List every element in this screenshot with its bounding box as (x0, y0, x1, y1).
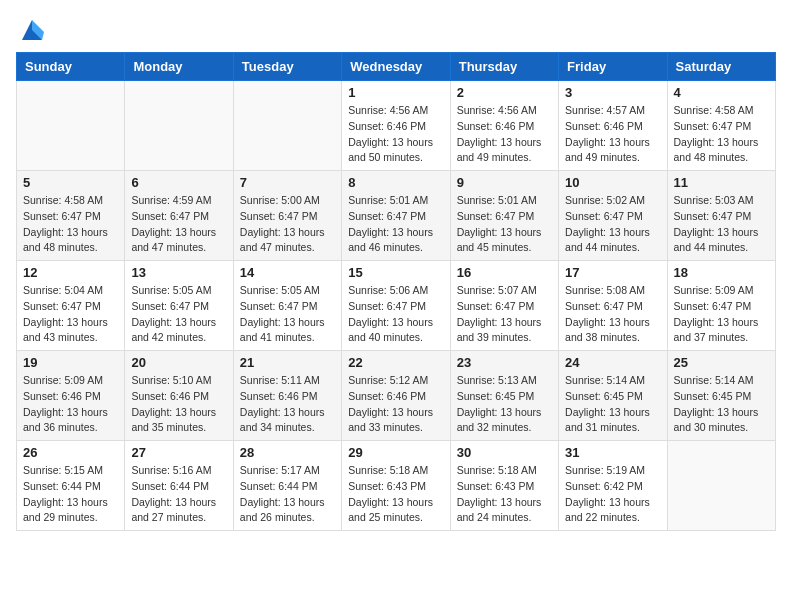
day-cell: 19Sunrise: 5:09 AMSunset: 6:46 PMDayligh… (17, 351, 125, 441)
day-info: Sunrise: 4:56 AMSunset: 6:46 PMDaylight:… (348, 103, 443, 166)
day-number: 12 (23, 265, 118, 280)
day-cell: 31Sunrise: 5:19 AMSunset: 6:42 PMDayligh… (559, 441, 667, 531)
logo-icon (18, 16, 46, 44)
day-cell: 12Sunrise: 5:04 AMSunset: 6:47 PMDayligh… (17, 261, 125, 351)
day-number: 9 (457, 175, 552, 190)
day-number: 13 (131, 265, 226, 280)
day-info: Sunrise: 4:56 AMSunset: 6:46 PMDaylight:… (457, 103, 552, 166)
calendar-table: SundayMondayTuesdayWednesdayThursdayFrid… (16, 52, 776, 531)
day-cell: 2Sunrise: 4:56 AMSunset: 6:46 PMDaylight… (450, 81, 558, 171)
day-info: Sunrise: 5:15 AMSunset: 6:44 PMDaylight:… (23, 463, 118, 526)
day-info: Sunrise: 4:57 AMSunset: 6:46 PMDaylight:… (565, 103, 660, 166)
day-info: Sunrise: 4:58 AMSunset: 6:47 PMDaylight:… (23, 193, 118, 256)
day-cell: 27Sunrise: 5:16 AMSunset: 6:44 PMDayligh… (125, 441, 233, 531)
weekday-header-friday: Friday (559, 53, 667, 81)
day-info: Sunrise: 5:10 AMSunset: 6:46 PMDaylight:… (131, 373, 226, 436)
day-number: 26 (23, 445, 118, 460)
day-info: Sunrise: 5:03 AMSunset: 6:47 PMDaylight:… (674, 193, 769, 256)
weekday-header-thursday: Thursday (450, 53, 558, 81)
day-cell: 8Sunrise: 5:01 AMSunset: 6:47 PMDaylight… (342, 171, 450, 261)
day-cell: 17Sunrise: 5:08 AMSunset: 6:47 PMDayligh… (559, 261, 667, 351)
day-cell: 9Sunrise: 5:01 AMSunset: 6:47 PMDaylight… (450, 171, 558, 261)
day-cell: 26Sunrise: 5:15 AMSunset: 6:44 PMDayligh… (17, 441, 125, 531)
week-row-2: 5Sunrise: 4:58 AMSunset: 6:47 PMDaylight… (17, 171, 776, 261)
day-cell: 15Sunrise: 5:06 AMSunset: 6:47 PMDayligh… (342, 261, 450, 351)
day-info: Sunrise: 5:01 AMSunset: 6:47 PMDaylight:… (348, 193, 443, 256)
day-info: Sunrise: 5:18 AMSunset: 6:43 PMDaylight:… (457, 463, 552, 526)
day-info: Sunrise: 5:09 AMSunset: 6:46 PMDaylight:… (23, 373, 118, 436)
day-number: 23 (457, 355, 552, 370)
day-cell: 3Sunrise: 4:57 AMSunset: 6:46 PMDaylight… (559, 81, 667, 171)
day-info: Sunrise: 4:58 AMSunset: 6:47 PMDaylight:… (674, 103, 769, 166)
day-number: 17 (565, 265, 660, 280)
week-row-1: 1Sunrise: 4:56 AMSunset: 6:46 PMDaylight… (17, 81, 776, 171)
day-cell (125, 81, 233, 171)
day-info: Sunrise: 5:09 AMSunset: 6:47 PMDaylight:… (674, 283, 769, 346)
day-cell (667, 441, 775, 531)
day-cell: 5Sunrise: 4:58 AMSunset: 6:47 PMDaylight… (17, 171, 125, 261)
day-cell (17, 81, 125, 171)
day-number: 2 (457, 85, 552, 100)
day-info: Sunrise: 5:19 AMSunset: 6:42 PMDaylight:… (565, 463, 660, 526)
day-number: 8 (348, 175, 443, 190)
week-row-4: 19Sunrise: 5:09 AMSunset: 6:46 PMDayligh… (17, 351, 776, 441)
day-cell: 13Sunrise: 5:05 AMSunset: 6:47 PMDayligh… (125, 261, 233, 351)
day-number: 22 (348, 355, 443, 370)
day-info: Sunrise: 5:04 AMSunset: 6:47 PMDaylight:… (23, 283, 118, 346)
day-info: Sunrise: 5:13 AMSunset: 6:45 PMDaylight:… (457, 373, 552, 436)
day-number: 15 (348, 265, 443, 280)
day-cell: 1Sunrise: 4:56 AMSunset: 6:46 PMDaylight… (342, 81, 450, 171)
day-number: 14 (240, 265, 335, 280)
week-row-3: 12Sunrise: 5:04 AMSunset: 6:47 PMDayligh… (17, 261, 776, 351)
day-info: Sunrise: 5:06 AMSunset: 6:47 PMDaylight:… (348, 283, 443, 346)
day-cell: 4Sunrise: 4:58 AMSunset: 6:47 PMDaylight… (667, 81, 775, 171)
page-header (16, 16, 776, 44)
day-number: 31 (565, 445, 660, 460)
day-info: Sunrise: 5:01 AMSunset: 6:47 PMDaylight:… (457, 193, 552, 256)
day-number: 19 (23, 355, 118, 370)
day-number: 6 (131, 175, 226, 190)
day-number: 21 (240, 355, 335, 370)
weekday-header-row: SundayMondayTuesdayWednesdayThursdayFrid… (17, 53, 776, 81)
day-info: Sunrise: 5:05 AMSunset: 6:47 PMDaylight:… (131, 283, 226, 346)
day-info: Sunrise: 5:02 AMSunset: 6:47 PMDaylight:… (565, 193, 660, 256)
day-number: 3 (565, 85, 660, 100)
day-info: Sunrise: 5:17 AMSunset: 6:44 PMDaylight:… (240, 463, 335, 526)
day-cell: 16Sunrise: 5:07 AMSunset: 6:47 PMDayligh… (450, 261, 558, 351)
day-number: 20 (131, 355, 226, 370)
weekday-header-monday: Monday (125, 53, 233, 81)
day-number: 25 (674, 355, 769, 370)
day-info: Sunrise: 5:00 AMSunset: 6:47 PMDaylight:… (240, 193, 335, 256)
day-cell: 25Sunrise: 5:14 AMSunset: 6:45 PMDayligh… (667, 351, 775, 441)
day-number: 4 (674, 85, 769, 100)
day-cell: 18Sunrise: 5:09 AMSunset: 6:47 PMDayligh… (667, 261, 775, 351)
day-number: 5 (23, 175, 118, 190)
day-info: Sunrise: 5:12 AMSunset: 6:46 PMDaylight:… (348, 373, 443, 436)
day-number: 30 (457, 445, 552, 460)
day-cell: 23Sunrise: 5:13 AMSunset: 6:45 PMDayligh… (450, 351, 558, 441)
day-info: Sunrise: 5:14 AMSunset: 6:45 PMDaylight:… (674, 373, 769, 436)
day-cell: 22Sunrise: 5:12 AMSunset: 6:46 PMDayligh… (342, 351, 450, 441)
day-cell: 10Sunrise: 5:02 AMSunset: 6:47 PMDayligh… (559, 171, 667, 261)
day-cell: 7Sunrise: 5:00 AMSunset: 6:47 PMDaylight… (233, 171, 341, 261)
day-info: Sunrise: 5:14 AMSunset: 6:45 PMDaylight:… (565, 373, 660, 436)
weekday-header-saturday: Saturday (667, 53, 775, 81)
day-cell: 11Sunrise: 5:03 AMSunset: 6:47 PMDayligh… (667, 171, 775, 261)
day-cell (233, 81, 341, 171)
day-info: Sunrise: 5:11 AMSunset: 6:46 PMDaylight:… (240, 373, 335, 436)
day-info: Sunrise: 4:59 AMSunset: 6:47 PMDaylight:… (131, 193, 226, 256)
weekday-header-sunday: Sunday (17, 53, 125, 81)
logo (16, 16, 46, 44)
weekday-header-tuesday: Tuesday (233, 53, 341, 81)
day-cell: 14Sunrise: 5:05 AMSunset: 6:47 PMDayligh… (233, 261, 341, 351)
day-info: Sunrise: 5:16 AMSunset: 6:44 PMDaylight:… (131, 463, 226, 526)
day-cell: 30Sunrise: 5:18 AMSunset: 6:43 PMDayligh… (450, 441, 558, 531)
day-info: Sunrise: 5:18 AMSunset: 6:43 PMDaylight:… (348, 463, 443, 526)
day-info: Sunrise: 5:08 AMSunset: 6:47 PMDaylight:… (565, 283, 660, 346)
weekday-header-wednesday: Wednesday (342, 53, 450, 81)
day-number: 24 (565, 355, 660, 370)
day-number: 7 (240, 175, 335, 190)
day-number: 10 (565, 175, 660, 190)
day-number: 29 (348, 445, 443, 460)
day-cell: 24Sunrise: 5:14 AMSunset: 6:45 PMDayligh… (559, 351, 667, 441)
